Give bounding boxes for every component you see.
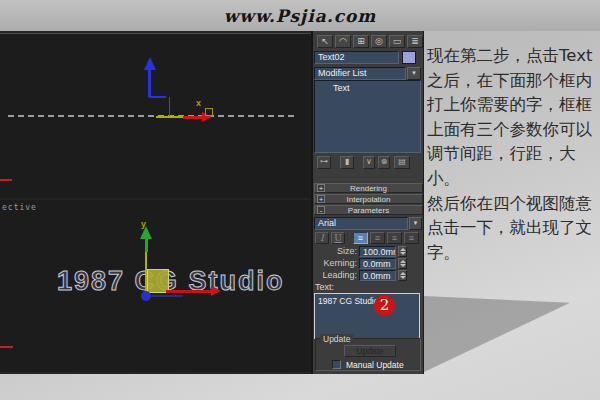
stack-item-text[interactable]: Text [315,81,420,93]
size-label: Size: [313,246,357,257]
gizmo-x-axis[interactable] [166,290,213,293]
gizmo-plane-handle-red[interactable] [169,97,170,117]
watermark-bar: www.Psjia.com [0,0,600,31]
leading-field[interactable]: 0.0mm [359,270,396,281]
annotation-line: 之后，在下面那个框内 [427,69,599,94]
motion-glyph: ◎ [375,36,383,46]
object-color-swatch[interactable] [402,51,416,64]
make-unique-icon[interactable]: ∨ [363,156,375,169]
create-tab-icon[interactable]: ↖ [317,35,333,48]
configure-modifier-sets-icon[interactable]: ▤ [394,156,410,169]
manual-update-checkbox[interactable] [332,360,341,369]
annotation-line: 点击一下，就出现了文 [427,216,599,241]
rollout-expand-icon[interactable]: + [317,195,325,203]
annotation-line: 现在第二步，点击Text [427,44,599,69]
viewport-front[interactable]: x [0,33,311,198]
modify-glyph: ◠ [339,36,347,46]
rollout-expand-icon[interactable]: + [317,184,325,192]
stack-toolbar: ⊶ ▮ ∨ ⊗ ▤ [313,156,424,169]
command-panel: ↖ ◠ ⊞ ◎ ▭ ≣ Text02 Modifier List ▼ Text … [311,31,424,374]
kerning-field[interactable]: 0.0mm [359,258,396,269]
pin-stack-icon[interactable]: ⊶ [317,156,331,169]
update-group-label: Update [320,334,353,344]
rollout-collapse-icon[interactable]: - [317,206,325,214]
show-end-result-icon[interactable]: ▮ [340,156,354,169]
annotation-line: 调节间距，行距，大小。 [427,142,599,191]
modifier-stack[interactable]: Text [314,80,421,153]
underline-button[interactable]: U [331,232,345,244]
align-justify-button[interactable]: ≡ [404,232,419,244]
motion-tab-icon[interactable]: ◎ [371,35,387,48]
update-group: Update Update Manual Update [315,338,421,371]
gizmo-x-arrowhead[interactable] [211,286,221,296]
font-dropdown[interactable]: Arial [314,217,408,230]
create-glyph: ↖ [321,36,329,46]
step-2-badge: 2 [374,295,395,316]
size-spinner[interactable] [398,246,407,257]
leading-spinner[interactable] [398,270,407,281]
gizmo-plane-handle-blue[interactable] [149,96,166,98]
update-button[interactable]: Update [344,345,396,357]
rollout-label: Parameters [315,206,422,215]
rollout-label: Interpolation [315,195,422,204]
viewport-perspective[interactable]: ective 1987 CG Studio y [0,200,311,372]
gizmo-origin-dot[interactable] [141,291,151,301]
size-field[interactable]: 100.0mm [359,246,396,257]
text-entry-value: 1987 CG Studio [318,296,378,306]
utilities-glyph: ≣ [411,36,419,46]
object-name-field[interactable]: Text02 [314,51,399,64]
panel-cast-shadow [424,296,570,372]
align-right-button[interactable]: ≡ [387,232,402,244]
text-section-label: Text: [315,282,334,292]
annotation-line: 字。 [427,241,599,266]
annotation-line: 上面有三个参数你可以 [427,118,599,143]
align-left-button[interactable]: ≡ [353,232,368,244]
display-glyph: ▭ [393,36,402,46]
axis-x-label: x [196,98,201,108]
kerning-label: Kerning: [313,258,357,269]
rollout-label: Rendering [315,184,422,193]
align-center-button[interactable]: ≡ [370,232,385,244]
font-dropdown-arrow-icon[interactable]: ▼ [409,217,422,230]
watermark-text: www.Psjia.com [224,6,377,26]
modifier-list-arrow-icon[interactable]: ▼ [407,67,421,80]
max-ui-window: x ective 1987 CG Studio y ↖ ◠ ⊞ ◎ [0,31,424,374]
panel-tabs: ↖ ◠ ⊞ ◎ ▭ ≣ [313,35,424,48]
tutorial-annotation: 现在第二步，点击Text 之后，在下面那个框内 打上你需要的字，框框 上面有三个… [427,44,599,265]
gizmo-x-axis[interactable] [183,116,203,119]
hierarchy-tab-icon[interactable]: ⊞ [353,35,369,48]
viewport-label: ective [2,203,37,212]
rollout-parameters[interactable]: - Parameters [314,205,423,215]
annotation-line: 然后你在四个视图随意 [427,192,599,217]
gizmo-z-axis[interactable] [148,68,151,97]
text-entry-box[interactable]: 1987 CG Studio 2 [314,293,420,339]
pivot-marker [205,108,213,116]
modify-tab-icon[interactable]: ◠ [335,35,351,48]
utilities-tab-icon[interactable]: ≣ [407,35,423,48]
gizmo-y-axis[interactable] [145,238,148,252]
rollout-interpolation[interactable]: + Interpolation [314,194,423,204]
world-axis-perspective [0,346,13,348]
modifier-list-dropdown[interactable]: Modifier List [314,67,406,80]
gizmo-z-axis-dim[interactable] [151,295,183,297]
rollout-rendering[interactable]: + Rendering [314,183,423,193]
text-style-row: I U ≡ ≡ ≡ ≡ [313,232,424,244]
italic-button[interactable]: I [315,232,329,244]
leading-label: Leading: [313,270,357,281]
annotation-line: 打上你需要的字，框框 [427,93,599,118]
hierarchy-glyph: ⊞ [357,36,365,46]
screenshot-root: www.Psjia.com x ective 1987 CG Studio y [0,0,600,400]
remove-modifier-icon[interactable]: ⊗ [378,156,390,169]
kerning-spinner[interactable] [398,258,407,269]
manual-update-label: Manual Update [346,360,404,370]
world-axis-front [0,179,12,181]
text-spline-edge-line [8,115,294,117]
display-tab-icon[interactable]: ▭ [389,35,405,48]
